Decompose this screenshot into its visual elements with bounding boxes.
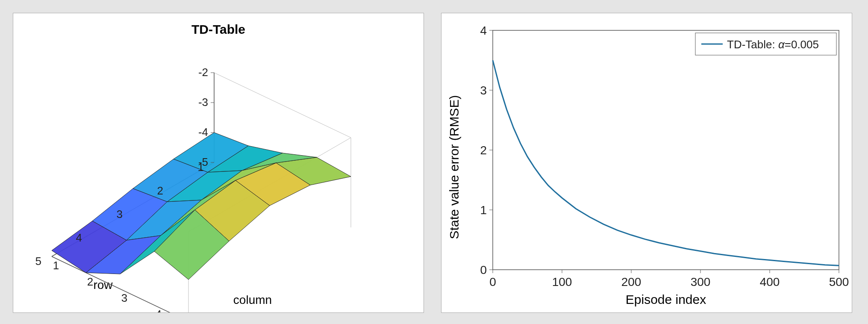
row-tick-label: 2 [157,184,163,197]
surface-chart: TD-Table column row -5-4-3-21234512345 [13,13,424,312]
line-series [493,60,839,265]
y-tick-label: 3 [480,84,487,97]
y-axis-label: State value error (RMSE) [447,95,461,239]
y-tick-label: 0 [480,263,487,277]
col-tick-label: 3 [121,292,127,304]
x-tick-label: 100 [552,275,572,289]
line-td-table [493,60,839,265]
x-axis-label: column [233,293,272,306]
row-tick-label: 3 [117,208,123,221]
x-tick-label: 0 [489,275,496,289]
x-axis-label: Episode index [626,292,706,306]
svg-line-3 [214,73,351,138]
y-tick-label: 4 [480,24,487,37]
row-tick-label: 5 [35,255,41,268]
page: TD-Table column row -5-4-3-21234512345 0… [0,0,868,324]
row-tick-label: 4 [76,231,82,244]
z-tick-label: -3 [198,96,208,109]
y-tick-label: 1 [480,203,487,217]
z-tick-label: -2 [198,66,208,79]
y-tick-label: 2 [480,144,487,157]
z-tick-label: -4 [198,126,208,138]
line-chart: 010020030040050001234 TD-Table: α=0.005 … [441,13,852,312]
col-tick-label: 1 [53,259,59,272]
axes-2d [493,30,839,270]
x-tick-label: 300 [691,275,711,289]
x-tick-label: 500 [829,275,849,289]
legend: TD-Table: α=0.005 [695,33,836,55]
x-tick-label: 200 [621,275,641,289]
x-tick-label: 400 [760,275,780,289]
axis-ticks-2d: 010020030040050001234 [480,24,849,289]
chart-left-panel: TD-Table column row -5-4-3-21234512345 [13,13,424,313]
chart-title: TD-Table [191,22,245,36]
y-axis-label: row [93,278,113,292]
surface-mesh [52,133,351,280]
col-tick-label: 2 [87,275,93,288]
col-tick-label: 4 [156,308,162,312]
row-tick-label: 1 [198,161,204,174]
svg-rect-14 [493,30,839,270]
chart-right-panel: 010020030040050001234 TD-Table: α=0.005 … [441,13,852,313]
legend-label: TD-Table: α=0.005 [727,38,819,51]
